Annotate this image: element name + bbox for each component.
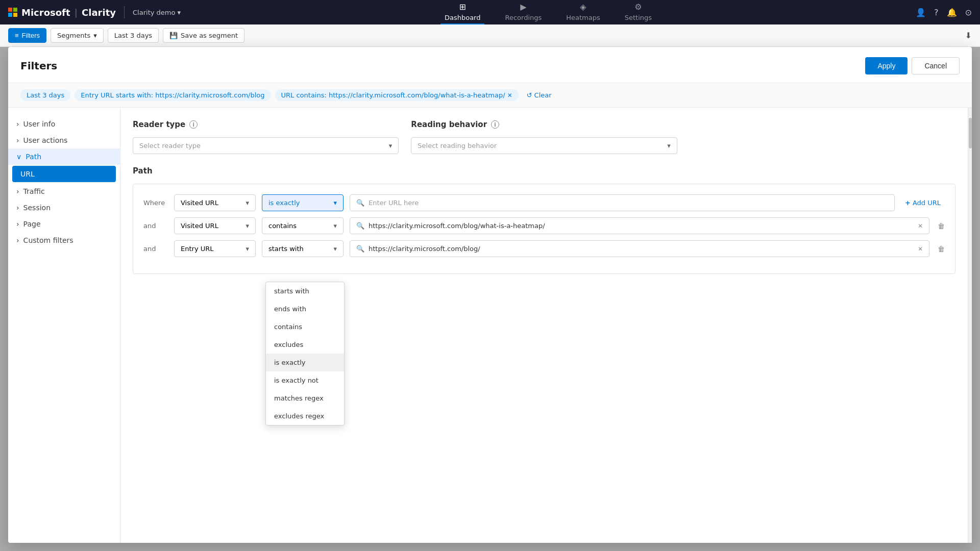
sidebar-label-path: Path — [26, 153, 41, 161]
reading-behavior-label: Reading behavior — [411, 120, 487, 129]
nav-label-recordings: Recordings — [505, 14, 542, 21]
path-row-3-url-input[interactable]: 🔍 https://clarity.microsoft.com/blog/ ✕ — [350, 240, 929, 257]
dropdown-item-starts-with[interactable]: starts with — [266, 282, 344, 300]
filter-main: Reader type i Select reader type ▾ Readi… — [120, 108, 968, 543]
chevron-down-icon: ▾ — [246, 199, 249, 207]
sidebar-item-custom-filters[interactable]: › Custom filters — [8, 232, 120, 248]
chevron-right-icon: › — [16, 120, 19, 128]
dropdown-item-is-exactly[interactable]: is exactly — [266, 354, 344, 371]
path-row-3: and Entry URL ▾ starts with ▾ 🔍 https://… — [143, 240, 945, 257]
dropdown-item-excludes[interactable]: excludes — [266, 336, 344, 354]
path-row-3-condition[interactable]: starts with ▾ — [262, 240, 344, 257]
brand-logo: Microsoft | Clarity — [8, 7, 116, 18]
nav-item-recordings[interactable]: ▶ Recordings — [501, 0, 546, 24]
reading-behavior-section: Reading behavior i Select reading behavi… — [411, 120, 677, 154]
filters-modal: Filters Apply Cancel Last 3 days Entry U… — [8, 47, 972, 543]
sidebar-item-user-actions[interactable]: › User actions — [8, 132, 120, 148]
reader-type-placeholder: Select reader type — [139, 142, 201, 149]
placeholder-section — [690, 120, 955, 154]
add-url-button[interactable]: + Add URL — [901, 197, 945, 209]
sidebar-sub-label-url: URL — [20, 170, 35, 178]
chevron-right-icon: › — [16, 204, 19, 212]
reading-behavior-header: Reading behavior i — [411, 120, 677, 129]
path-row-3-url-type-label: Entry URL — [181, 245, 214, 253]
path-row-1-condition[interactable]: is exactly ▾ — [262, 194, 344, 211]
sidebar-sub-item-url[interactable]: URL — [12, 166, 116, 182]
path-row-3-url-type[interactable]: Entry URL ▾ — [174, 240, 256, 257]
dropdown-item-contains[interactable]: contains — [266, 318, 344, 336]
url-delete-button-2[interactable]: 🗑 — [938, 222, 945, 230]
dropdown-item-ends-with[interactable]: ends with — [266, 300, 344, 318]
path-row-1-url-input[interactable]: 🔍 Enter URL here — [350, 194, 895, 211]
dropdown-item-excludes-regex[interactable]: excludes regex — [266, 407, 344, 425]
modal-header: Filters Apply Cancel — [8, 47, 972, 83]
save-segment-button[interactable]: 💾 Save as segment — [163, 28, 244, 43]
path-row-2-condition[interactable]: contains ▾ — [262, 217, 344, 234]
reader-row: Reader type i Select reader type ▾ Readi… — [133, 120, 955, 154]
days-button[interactable]: Last 3 days — [108, 28, 159, 43]
secondary-toolbar: ≡ Filters Segments ▾ Last 3 days 💾 Save … — [0, 24, 980, 47]
url-clear-button-2[interactable]: ✕ — [918, 222, 923, 230]
sidebar-label-user-info: User info — [23, 120, 56, 128]
help-icon[interactable]: ? — [934, 8, 939, 17]
chevron-down-icon: ▾ — [177, 9, 181, 16]
chevron-down-icon: ▾ — [333, 222, 337, 230]
sidebar-item-page[interactable]: › Page — [8, 216, 120, 232]
chevron-down-icon: ▾ — [333, 245, 337, 253]
sidebar-item-traffic[interactable]: › Traffic — [8, 183, 120, 199]
nav-item-settings[interactable]: ⚙ Settings — [621, 0, 656, 24]
chip-filter-2: URL contains: https://clarity.microsoft.… — [275, 89, 519, 101]
reader-type-header: Reader type i — [133, 120, 399, 129]
path-row-2-url-type[interactable]: Visited URL ▾ — [174, 217, 256, 234]
sidebar-label-traffic: Traffic — [23, 187, 45, 195]
sidebar-item-session[interactable]: › Session — [8, 199, 120, 216]
chevron-down-icon: ▾ — [246, 245, 249, 253]
path-row-2-url-type-label: Visited URL — [181, 222, 218, 230]
chevron-down-icon: ▾ — [93, 32, 97, 39]
sidebar-item-user-info[interactable]: › User info — [8, 116, 120, 132]
reading-behavior-select[interactable]: Select reading behavior ▾ — [411, 137, 677, 154]
chevron-right-icon: › — [16, 220, 19, 228]
days-label: Last 3 days — [114, 32, 152, 39]
filters-label: Filters — [22, 32, 40, 39]
sidebar-label-custom-filters: Custom filters — [23, 236, 74, 244]
settings-icon: ⚙ — [634, 2, 642, 12]
nav-item-dashboard[interactable]: ⊞ Dashboard — [440, 0, 485, 24]
filters-button[interactable]: ≡ Filters — [8, 28, 46, 43]
clear-button[interactable]: ↺ Clear — [523, 89, 556, 101]
chip-filter-2-close[interactable]: ✕ — [507, 92, 512, 99]
nav-item-heatmaps[interactable]: ◈ Heatmaps — [562, 0, 604, 24]
path-row-3-value: https://clarity.microsoft.com/blog/ — [369, 245, 480, 253]
account-icon[interactable]: ⊙ — [965, 8, 972, 17]
chevron-right-icon: › — [16, 236, 19, 244]
chevron-down-icon: ▾ — [667, 142, 671, 149]
reading-behavior-info-icon[interactable]: i — [491, 120, 499, 129]
sidebar-label-user-actions: User actions — [23, 136, 68, 144]
path-filter-box: Where Visited URL ▾ is exactly ▾ 🔍 Enter… — [133, 184, 955, 274]
path-row-2-url-input[interactable]: 🔍 https://clarity.microsoft.com/blog/wha… — [350, 217, 929, 234]
url-clear-button-3[interactable]: ✕ — [918, 245, 923, 253]
segments-button[interactable]: Segments ▾ — [51, 28, 104, 43]
nav-right: 👤 ? 🔔 ⊙ — [916, 8, 972, 17]
chevron-down-icon: ∨ — [16, 153, 21, 161]
dropdown-item-matches-regex[interactable]: matches regex — [266, 389, 344, 407]
notifications-icon[interactable]: 🔔 — [947, 8, 957, 17]
nav-label-dashboard: Dashboard — [445, 14, 481, 21]
download-icon[interactable]: ⬇ — [965, 31, 972, 40]
heatmaps-icon: ◈ — [580, 2, 586, 12]
path-row-1-url-type[interactable]: Visited URL ▾ — [174, 194, 256, 211]
apply-button[interactable]: Apply — [865, 57, 908, 74]
chevron-right-icon: › — [16, 136, 19, 144]
reader-type-select[interactable]: Select reader type ▾ — [133, 137, 399, 154]
sidebar-item-path[interactable]: ∨ Path — [8, 148, 120, 165]
add-url-label: Add URL — [913, 199, 941, 207]
nav-project[interactable]: Clarity demo ▾ — [133, 9, 181, 16]
url-delete-button-3[interactable]: 🗑 — [938, 245, 945, 253]
path-section: Path Where Visited URL ▾ is exactly ▾ — [133, 166, 955, 274]
reader-type-info-icon[interactable]: i — [189, 120, 198, 129]
microsoft-label: Microsoft — [21, 7, 70, 18]
user-icon[interactable]: 👤 — [916, 8, 926, 17]
cancel-button[interactable]: Cancel — [912, 57, 960, 74]
dropdown-item-is-exactly-not[interactable]: is exactly not — [266, 371, 344, 389]
modal-scrollbar[interactable] — [968, 108, 972, 543]
